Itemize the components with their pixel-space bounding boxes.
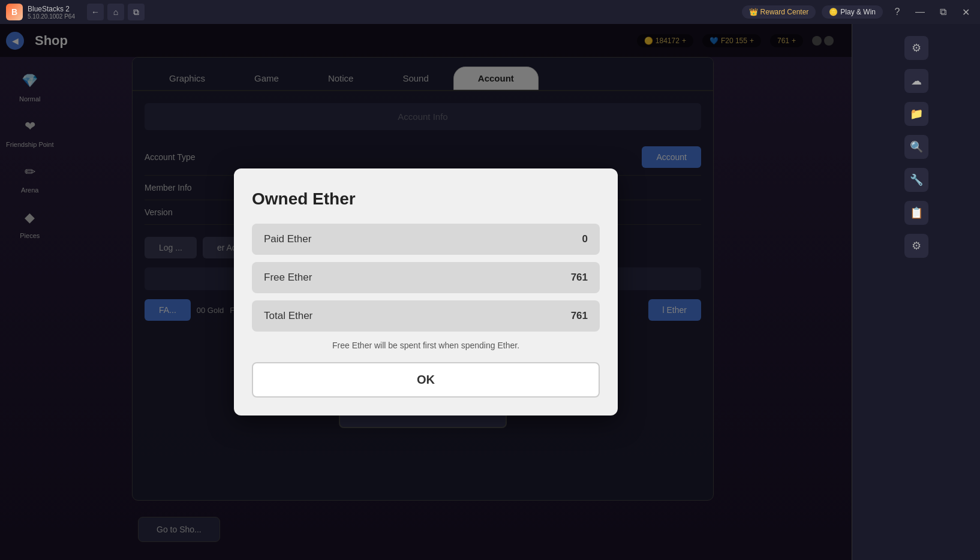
reward-center-button[interactable]: 👑 Reward Center [742, 5, 816, 19]
sidebar-icon-settings[interactable]: ⚙ [904, 36, 928, 60]
sidebar-icon-cloud[interactable]: ☁ [904, 69, 928, 93]
total-ether-row: Total Ether 761 [252, 300, 600, 332]
free-ether-label: Free Ether [264, 272, 312, 284]
coin-icon: 🪙 [829, 8, 838, 16]
sidebar-icon-search[interactable]: 🔍 [904, 135, 928, 159]
play-win-button[interactable]: 🪙 Play & Win [822, 5, 883, 19]
close-button[interactable]: ✕ [957, 4, 974, 20]
restore-button[interactable]: ⧉ [934, 4, 951, 20]
right-sidebar: ⚙ ☁ 📁 🔍 🔧 📋 ⚙ [852, 24, 980, 560]
modal-title: Owned Ether [252, 189, 600, 209]
sidebar-icon-gear[interactable]: ⚙ [904, 234, 928, 258]
free-ether-row: Free Ether 761 [252, 262, 600, 293]
game-area: ◀ Shop 🟡 184172 + 💙 F20 155 + 761 + [0, 24, 852, 560]
total-ether-label: Total Ether [264, 310, 312, 322]
nav-tabs-button[interactable]: ⧉ [128, 4, 145, 20]
paid-ether-row: Paid Ether 0 [252, 224, 600, 255]
sidebar-icon-clipboard[interactable]: 📋 [904, 201, 928, 225]
paid-ether-label: Paid Ether [264, 233, 311, 245]
titlebar-nav: ← ⌂ ⧉ [87, 4, 145, 20]
nav-back-button[interactable]: ← [87, 4, 104, 20]
paid-ether-value: 0 [582, 233, 588, 245]
modal-ok-button[interactable]: OK [252, 362, 600, 398]
bluestacks-logo: B [6, 4, 23, 20]
sidebar-icon-folder[interactable]: 📁 [904, 102, 928, 126]
app-name: BlueStacks 2 5.10.20.1002 P64 [28, 5, 75, 20]
titlebar: B BlueStacks 2 5.10.20.1002 P64 ← ⌂ ⧉ 👑 … [0, 0, 980, 24]
ether-note: Free Ether will be spent first when spen… [252, 341, 600, 350]
free-ether-value: 761 [571, 272, 588, 284]
minimize-button[interactable]: — [912, 4, 928, 20]
titlebar-right: 👑 Reward Center 🪙 Play & Win ? — ⧉ ✕ [742, 4, 974, 20]
sidebar-icon-tool[interactable]: 🔧 [904, 168, 928, 192]
crown-icon: 👑 [749, 8, 758, 16]
help-button[interactable]: ? [889, 4, 906, 20]
total-ether-value: 761 [571, 310, 588, 322]
nav-home-button[interactable]: ⌂ [107, 4, 124, 20]
owned-ether-modal: Owned Ether Paid Ether 0 Free Ether 761 … [234, 168, 618, 416]
